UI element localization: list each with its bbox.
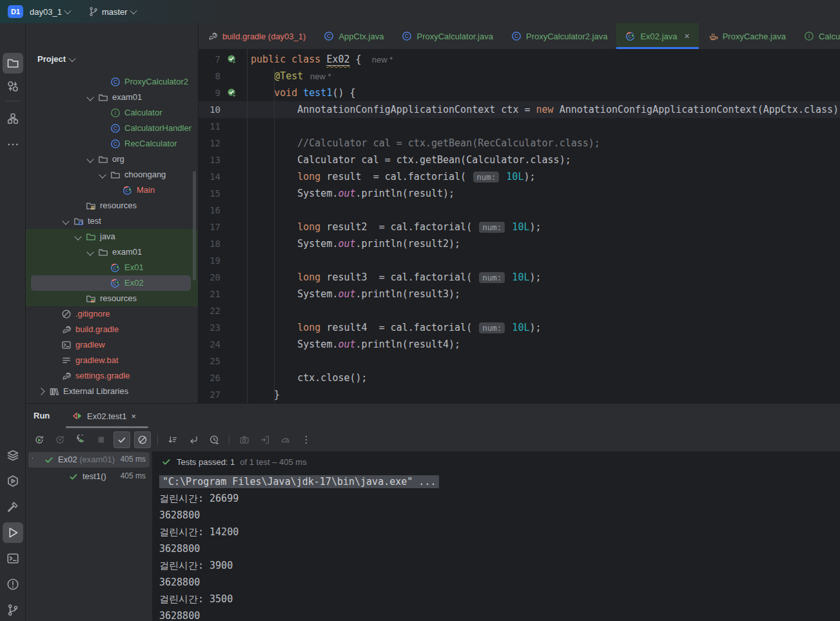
tree-item-exam01[interactable]: exam01 [26, 244, 199, 260]
run-tab-ex02-test1[interactable]: Ex02.test1 × [64, 404, 144, 428]
code-editor[interactable]: 7public class Ex02 { new *8 @Test new *9… [199, 49, 840, 403]
commit-button[interactable] [3, 76, 23, 97]
more-button[interactable] [3, 134, 23, 155]
test-result-row[interactable]: Ex02 (exam01)405 ms [26, 451, 152, 468]
editor-tab-proxycalculator-java[interactable]: CProxyCalculator.java [393, 23, 502, 49]
chevron-down-icon[interactable] [99, 171, 106, 178]
code-line-7[interactable]: 7public class Ex02 { new * [199, 51, 840, 68]
code-line-9[interactable]: 9 void test1() { [199, 84, 840, 101]
terminal-button[interactable] [3, 548, 23, 569]
commit-icon [6, 80, 19, 93]
show-passed-button[interactable] [113, 431, 130, 448]
show-ignored-button[interactable] [134, 431, 151, 448]
test-pass-gutter-icon[interactable] [227, 88, 237, 98]
code-line-27[interactable]: 27 } [199, 386, 840, 403]
toolbar-separator [229, 434, 230, 446]
chevron-down-icon[interactable] [86, 155, 93, 163]
rerun-button[interactable] [31, 431, 48, 448]
code-line-26[interactable]: 26 ctx.close(); [199, 370, 840, 386]
project-panel-header[interactable]: Project [37, 54, 75, 64]
editor-tab-appctx-java[interactable]: CAppCtx.java [315, 23, 393, 49]
rerun-failed-button[interactable] [52, 431, 68, 448]
editor-tab-calculator-java[interactable]: ICalculator.java [795, 23, 840, 49]
code-line-25[interactable]: 25 [199, 353, 840, 370]
code-line-14[interactable]: 14 long result = cal.factorial( num: 10L… [199, 168, 840, 185]
close-icon[interactable]: × [685, 31, 690, 41]
chevron-down-icon[interactable] [74, 233, 81, 240]
tree-item-external-libraries[interactable]: External Libraries [26, 384, 199, 399]
code-line-19[interactable]: 19 [199, 252, 840, 269]
code-line-13[interactable]: 13 Calculator cal = ctx.getBean(Calculat… [199, 152, 840, 168]
tree-item-resources[interactable]: resources [26, 198, 199, 213]
run-console[interactable]: Tests passed: 1 of 1 test – 405 ms "C:\P… [153, 451, 840, 621]
code-line-23[interactable]: 23 long result4 = cal.factorial( num: 10… [199, 319, 840, 336]
close-icon[interactable]: × [131, 411, 136, 421]
code-line-24[interactable]: 24 System.out.println(result4); [199, 336, 840, 353]
chevron-right-icon[interactable] [37, 388, 44, 395]
class-test-icon: C [110, 278, 121, 288]
code-line-20[interactable]: 20 long result3 = cal.factorial( num: 10… [199, 269, 840, 286]
test-result-row[interactable]: test1()405 ms [26, 468, 152, 485]
code-line-17[interactable]: 17 long result2 = cal.factorial( num: 10… [199, 219, 840, 235]
project-selector[interactable]: day03_1 [30, 7, 70, 17]
class-test-icon: C [122, 185, 133, 195]
tree-item-calculator[interactable]: ICalculator [26, 105, 199, 121]
tree-item-calculatorhandler[interactable]: CCalculatorHandler [26, 121, 199, 136]
coverage-button[interactable] [277, 431, 294, 448]
version-control-button[interactable] [3, 600, 23, 620]
tree-item-gradlew-bat[interactable]: gradlew.bat [26, 353, 199, 368]
test-results-tree: Ex02 (exam01)405 mstest1()405 ms [26, 451, 153, 621]
tree-item-test[interactable]: test [26, 213, 199, 229]
import-tests-button[interactable] [257, 431, 273, 448]
code-line-10[interactable]: 10 AnnotationConfigApplicationContext ct… [199, 101, 840, 118]
tree-item-exam01[interactable]: exam01 [26, 90, 199, 105]
tests-passed-text: Tests passed: 1 [177, 457, 235, 467]
code-line-15[interactable]: 15 System.out.println(result); [199, 185, 840, 202]
project-folder-button[interactable] [3, 53, 23, 74]
stop-button[interactable] [93, 431, 110, 448]
tree-item-ex01[interactable]: CEx01 [26, 260, 199, 275]
services-button[interactable] [3, 445, 23, 466]
run-configurations-button[interactable] [3, 471, 23, 491]
editor-tab-proxycache-java[interactable]: ProxyCache.java [699, 23, 795, 49]
tree-item-build-gradle[interactable]: build.gradle [26, 322, 199, 337]
sort-button[interactable] [164, 431, 181, 448]
tree-item-proxycalculator2[interactable]: CProxyCalculator2 [26, 74, 199, 90]
chevron-down-icon[interactable] [86, 248, 93, 255]
test-pass-gutter-icon[interactable] [227, 54, 237, 64]
tree-item-reccalculator[interactable]: CRecCalculator [26, 136, 199, 152]
tree-item-ex02[interactable]: CEx02 [26, 275, 199, 291]
branch-selector[interactable]: master [88, 6, 136, 17]
tree-item-settings-gradle[interactable]: settings.gradle [26, 368, 199, 384]
code-line-11[interactable]: 11 [199, 118, 840, 135]
problems-button[interactable] [3, 574, 23, 595]
editor-tab-proxycalculator2-java[interactable]: CProxyCalculator2.java [502, 23, 616, 49]
tree-item-java[interactable]: java [26, 229, 199, 244]
tree-item--gitignore[interactable]: .gitignore [26, 306, 199, 322]
tree-item-gradlew[interactable]: gradlew [26, 337, 199, 353]
chevron-down-icon[interactable] [86, 94, 93, 101]
more-vertical-button[interactable] [298, 431, 315, 448]
tree-item-org[interactable]: org [26, 152, 199, 167]
project-tree-scrollbar[interactable] [193, 171, 196, 281]
screenshot-button[interactable] [236, 431, 253, 448]
tree-item-choongang[interactable]: choongang [26, 167, 199, 182]
structure-button[interactable] [3, 108, 23, 129]
editor-tab-build-gradle-day03-1-[interactable]: build.gradle (day03_1) [199, 23, 315, 49]
build-button[interactable] [3, 497, 23, 517]
code-line-16[interactable]: 16 [199, 202, 840, 219]
code-line-18[interactable]: 18 System.out.println(result2); [199, 235, 840, 252]
console-output-line: 걸린시간: 14200 [159, 524, 840, 540]
run-button[interactable] [3, 522, 23, 543]
auto-test-button[interactable] [72, 431, 89, 448]
code-line-22[interactable]: 22 [199, 302, 840, 319]
editor-tab-ex02-java[interactable]: CEx02.java× [616, 23, 698, 49]
code-line-21[interactable]: 21 System.out.println(result3); [199, 286, 840, 302]
chevron-down-icon[interactable] [62, 217, 69, 224]
tree-item-resources[interactable]: resources [26, 291, 199, 306]
code-line-8[interactable]: 8 @Test new * [199, 68, 840, 84]
navigate-button[interactable] [185, 431, 202, 448]
history-button[interactable] [206, 431, 222, 448]
tree-item-main[interactable]: CMain [26, 182, 199, 198]
code-line-12[interactable]: 12 //Calculator cal = ctx.getBean(RecCal… [199, 135, 840, 152]
